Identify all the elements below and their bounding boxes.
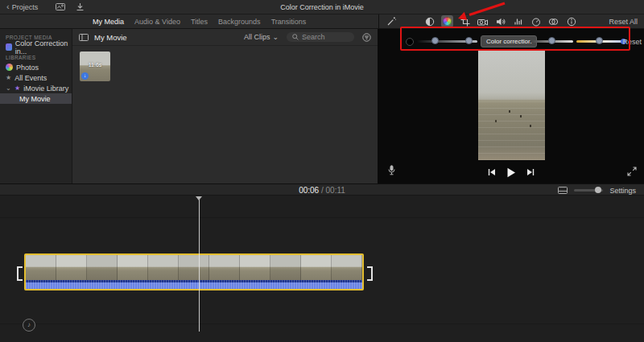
transport-controls xyxy=(378,163,644,182)
search-input[interactable]: Search xyxy=(287,32,354,42)
timeline: ♪ xyxy=(0,196,644,342)
filmstrip-frame xyxy=(240,255,270,280)
timeline-clip[interactable] xyxy=(24,253,364,290)
timecode-display: 00:06 / 00:11 xyxy=(0,186,644,195)
downloaded-badge-icon: ↓ xyxy=(81,72,89,80)
play-button[interactable] xyxy=(506,167,516,178)
temperature-slider[interactable] xyxy=(576,40,623,43)
clip-duration-label: 11.6s xyxy=(80,62,110,68)
playhead[interactable] xyxy=(199,196,200,332)
media-browser-header: My Movie All Clips ⌄ Search xyxy=(72,29,378,46)
reset-button[interactable]: Reset xyxy=(622,38,642,46)
filmstrip-frame xyxy=(87,255,118,280)
tab-backgrounds[interactable]: Backgrounds xyxy=(218,18,261,26)
clip-filtering-icon[interactable] xyxy=(362,33,371,42)
tab-transitions[interactable]: Transitions xyxy=(271,18,307,26)
clip-info-icon[interactable] xyxy=(565,15,577,27)
pane-toggle-icon[interactable] xyxy=(79,33,89,42)
clip-filter-dropdown[interactable]: All Clips ⌄ xyxy=(244,33,279,41)
color-wheel-glyph xyxy=(443,17,452,26)
highlights-handle[interactable] xyxy=(465,37,473,44)
library-sidebar: PROJECT MEDIA Color Correction in... LIB… xyxy=(0,29,72,183)
crop-icon[interactable] xyxy=(459,15,471,27)
shadows-highlights-slider[interactable] xyxy=(415,40,477,43)
filmstrip-frame xyxy=(179,255,209,280)
media-tabs: My Media Audio & Video Titles Background… xyxy=(0,14,378,28)
viewer-panel: Color correction Reset xyxy=(378,29,644,183)
inspector-toolbar: Reset All xyxy=(378,14,644,28)
project-item-label: Color Correction in... xyxy=(15,39,72,56)
sidebar-item-project[interactable]: Color Correction in... xyxy=(0,42,72,52)
media-browser: My Movie All Clips ⌄ Search xyxy=(72,29,378,183)
filmstrip-frame xyxy=(148,255,179,280)
black-point-cap[interactable] xyxy=(406,38,414,46)
saturation-handle[interactable] xyxy=(548,37,555,44)
color-correction-icon[interactable] xyxy=(441,15,453,27)
effects-filter-icon[interactable] xyxy=(547,15,559,27)
saturation-slider[interactable] xyxy=(530,40,573,43)
media-panel-title: My Movie xyxy=(94,33,127,42)
search-placeholder: Search xyxy=(302,33,325,41)
imovie-library-label: iMovie Library xyxy=(23,84,68,93)
imovie-library-star-icon: ★ xyxy=(14,85,20,92)
previous-frame-button[interactable] xyxy=(488,168,496,176)
playhead-marker-icon[interactable] xyxy=(196,196,202,200)
volume-icon[interactable] xyxy=(494,15,506,27)
timeline-zoom-slider[interactable] xyxy=(574,189,603,192)
background-music-icon[interactable]: ♪ xyxy=(23,319,35,332)
window-title: Color Correction in iMovie xyxy=(0,3,644,11)
audio-waveform xyxy=(26,280,362,289)
next-frame-button[interactable] xyxy=(526,168,535,176)
timeline-header: 00:06 / 00:11 Settings xyxy=(0,183,644,196)
clip-appearance-icon[interactable] xyxy=(558,187,568,194)
project-icon xyxy=(6,43,12,51)
trim-handle-left[interactable] xyxy=(17,266,23,281)
stabilization-camera-icon[interactable] xyxy=(477,15,489,27)
tab-my-media[interactable]: My Media xyxy=(93,18,124,26)
clip-filmstrip xyxy=(26,255,362,280)
filmstrip-frame xyxy=(332,255,362,280)
sidebar-item-imovie-library[interactable]: ⌄ ★ iMovie Library xyxy=(0,83,72,93)
preview-video xyxy=(478,51,545,160)
clip-filter-value: All Clips xyxy=(244,33,270,41)
total-time: 00:11 xyxy=(326,186,345,195)
imovie-window: ‹ Projects Color Correction in iMovie My… xyxy=(0,0,644,342)
current-time: 00:06 xyxy=(299,186,319,195)
fullscreen-icon[interactable] xyxy=(627,167,637,176)
my-movie-label: My Movie xyxy=(19,95,51,103)
color-correction-controls: Color correction Reset xyxy=(378,31,644,52)
titlebar: ‹ Projects Color Correction in iMovie xyxy=(0,0,644,14)
sidebar-item-photos[interactable]: Photos xyxy=(0,62,72,72)
sidebar-item-all-events[interactable]: ★ All Events xyxy=(0,72,72,83)
photos-label: Photos xyxy=(16,64,39,72)
color-correction-tooltip: Color correction xyxy=(481,35,537,47)
temperature-handle[interactable] xyxy=(596,37,603,44)
filmstrip-frame xyxy=(56,255,87,280)
settings-button[interactable]: Settings xyxy=(609,187,636,195)
all-events-star-icon: ★ xyxy=(6,75,11,81)
media-clip-thumbnail[interactable]: 11.6s ↓ xyxy=(80,52,110,81)
chevron-down-icon: ⌄ xyxy=(272,33,279,41)
speed-icon[interactable] xyxy=(530,15,542,27)
sidebar-item-my-movie[interactable]: My Movie xyxy=(0,93,72,104)
tab-titles[interactable]: Titles xyxy=(191,18,208,26)
time-separator: / xyxy=(319,186,325,195)
noise-reduction-icon[interactable] xyxy=(512,15,524,27)
all-events-label: All Events xyxy=(14,74,47,82)
search-icon xyxy=(292,34,299,40)
filmstrip-frame xyxy=(209,255,240,280)
trim-handle-right[interactable] xyxy=(367,266,373,281)
disclosure-chevron-icon[interactable]: ⌄ xyxy=(6,84,11,92)
reset-all-button[interactable]: Reset All xyxy=(609,18,638,26)
photos-icon xyxy=(6,64,13,71)
enhance-wand-icon[interactable] xyxy=(386,15,398,27)
zoom-slider-thumb[interactable] xyxy=(595,187,601,193)
filmstrip-frame xyxy=(270,255,301,280)
filmstrip-frame xyxy=(26,255,56,280)
tab-audio-video[interactable]: Audio & Video xyxy=(134,18,180,26)
filmstrip-frame xyxy=(301,255,332,280)
color-balance-icon[interactable] xyxy=(423,15,436,27)
filmstrip-frame xyxy=(118,255,148,280)
shadows-handle[interactable] xyxy=(431,37,439,44)
